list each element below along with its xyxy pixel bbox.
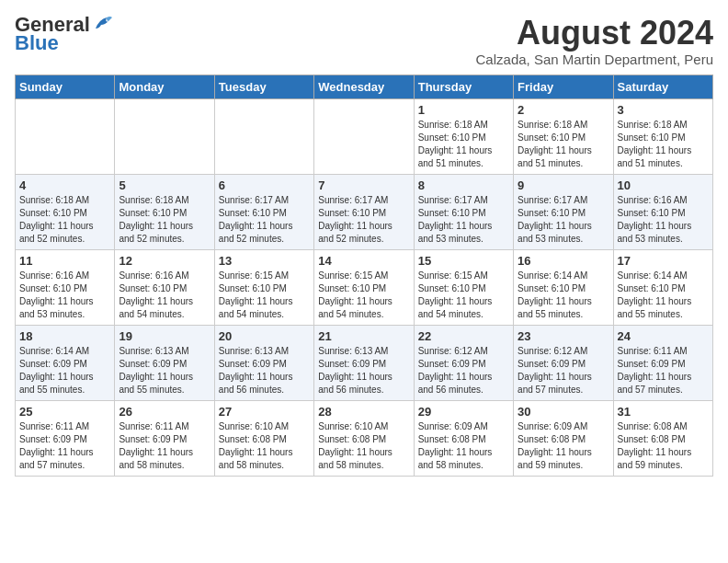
day-info: Sunrise: 6:16 AM Sunset: 6:10 PM Dayligh… [618,194,709,246]
day-number: 7 [318,178,409,192]
day-info: Sunrise: 6:13 AM Sunset: 6:09 PM Dayligh… [219,345,310,396]
day-info: Sunrise: 6:12 AM Sunset: 6:09 PM Dayligh… [518,345,609,396]
day-info: Sunrise: 6:18 AM Sunset: 6:10 PM Dayligh… [518,119,609,170]
day-number: 15 [418,254,509,268]
calendar-cell: 14Sunrise: 6:15 AM Sunset: 6:10 PM Dayli… [314,249,414,325]
calendar-cell [314,98,414,174]
calendar-cell: 9Sunrise: 6:17 AM Sunset: 6:10 PM Daylig… [514,174,613,249]
calendar-cell: 10Sunrise: 6:16 AM Sunset: 6:10 PM Dayli… [613,174,712,249]
day-info: Sunrise: 6:15 AM Sunset: 6:10 PM Dayligh… [219,270,310,321]
day-number: 18 [19,329,110,343]
day-number: 5 [119,178,210,192]
page-title: August 2024 [476,15,713,52]
day-number: 21 [318,329,409,343]
day-number: 2 [518,103,609,117]
day-info: Sunrise: 6:13 AM Sunset: 6:09 PM Dayligh… [318,345,409,396]
day-number: 8 [418,178,509,192]
calendar-week-row: 11Sunrise: 6:16 AM Sunset: 6:10 PM Dayli… [16,249,713,325]
calendar-cell: 26Sunrise: 6:11 AM Sunset: 6:09 PM Dayli… [115,400,214,476]
calendar-cell: 4Sunrise: 6:18 AM Sunset: 6:10 PM Daylig… [16,174,115,249]
calendar-cell: 12Sunrise: 6:16 AM Sunset: 6:10 PM Dayli… [115,249,214,325]
calendar-week-row: 4Sunrise: 6:18 AM Sunset: 6:10 PM Daylig… [16,174,713,249]
day-number: 26 [119,405,210,419]
calendar-cell: 24Sunrise: 6:11 AM Sunset: 6:09 PM Dayli… [613,325,712,400]
calendar-cell: 20Sunrise: 6:13 AM Sunset: 6:09 PM Dayli… [214,325,313,400]
calendar-cell: 3Sunrise: 6:18 AM Sunset: 6:10 PM Daylig… [613,98,712,174]
day-info: Sunrise: 6:10 AM Sunset: 6:08 PM Dayligh… [219,420,310,472]
col-header-wednesday: Wednesday [314,75,414,98]
calendar-header-row: SundayMondayTuesdayWednesdayThursdayFrid… [16,75,713,98]
calendar-cell: 5Sunrise: 6:18 AM Sunset: 6:10 PM Daylig… [115,174,214,249]
day-number: 25 [19,405,110,419]
day-info: Sunrise: 6:18 AM Sunset: 6:10 PM Dayligh… [19,194,110,246]
calendar-cell: 8Sunrise: 6:17 AM Sunset: 6:10 PM Daylig… [414,174,513,249]
day-info: Sunrise: 6:18 AM Sunset: 6:10 PM Dayligh… [418,119,509,170]
calendar-cell: 18Sunrise: 6:14 AM Sunset: 6:09 PM Dayli… [16,325,115,400]
col-header-monday: Monday [115,75,214,98]
col-header-sunday: Sunday [16,75,115,98]
logo-blue: Blue [15,33,59,53]
calendar-cell: 15Sunrise: 6:15 AM Sunset: 6:10 PM Dayli… [414,249,513,325]
calendar-cell: 1Sunrise: 6:18 AM Sunset: 6:10 PM Daylig… [414,98,513,174]
day-number: 24 [618,329,709,343]
day-number: 19 [119,329,210,343]
day-number: 13 [219,254,310,268]
day-info: Sunrise: 6:17 AM Sunset: 6:10 PM Dayligh… [418,194,509,246]
day-info: Sunrise: 6:12 AM Sunset: 6:09 PM Dayligh… [418,345,509,396]
calendar-cell: 17Sunrise: 6:14 AM Sunset: 6:10 PM Dayli… [613,249,712,325]
day-info: Sunrise: 6:17 AM Sunset: 6:10 PM Dayligh… [518,194,609,246]
page-header: General Blue August 2024 Calzada, San Ma… [15,15,713,67]
day-info: Sunrise: 6:11 AM Sunset: 6:09 PM Dayligh… [618,345,709,396]
day-number: 6 [219,178,310,192]
calendar-week-row: 25Sunrise: 6:11 AM Sunset: 6:09 PM Dayli… [16,400,713,476]
calendar-cell: 27Sunrise: 6:10 AM Sunset: 6:08 PM Dayli… [214,400,313,476]
calendar-cell [214,98,313,174]
logo-bird-icon [92,16,112,32]
calendar-week-row: 18Sunrise: 6:14 AM Sunset: 6:09 PM Dayli… [16,325,713,400]
day-info: Sunrise: 6:15 AM Sunset: 6:10 PM Dayligh… [318,270,409,321]
day-number: 16 [518,254,609,268]
day-number: 4 [19,178,110,192]
day-info: Sunrise: 6:16 AM Sunset: 6:10 PM Dayligh… [19,270,110,321]
day-number: 12 [119,254,210,268]
day-number: 28 [318,405,409,419]
col-header-saturday: Saturday [613,75,712,98]
day-info: Sunrise: 6:09 AM Sunset: 6:08 PM Dayligh… [418,420,509,472]
day-info: Sunrise: 6:15 AM Sunset: 6:10 PM Dayligh… [418,270,509,321]
calendar-cell: 22Sunrise: 6:12 AM Sunset: 6:09 PM Dayli… [414,325,513,400]
day-info: Sunrise: 6:11 AM Sunset: 6:09 PM Dayligh… [19,420,110,472]
page-subtitle: Calzada, San Martin Department, Peru [476,52,713,67]
day-number: 9 [518,178,609,192]
day-number: 1 [418,103,509,117]
calendar-cell: 21Sunrise: 6:13 AM Sunset: 6:09 PM Dayli… [314,325,414,400]
col-header-thursday: Thursday [414,75,513,98]
calendar-cell: 30Sunrise: 6:09 AM Sunset: 6:08 PM Dayli… [514,400,613,476]
calendar-cell [115,98,214,174]
calendar-cell: 29Sunrise: 6:09 AM Sunset: 6:08 PM Dayli… [414,400,513,476]
calendar-cell: 2Sunrise: 6:18 AM Sunset: 6:10 PM Daylig… [514,98,613,174]
day-number: 20 [219,329,310,343]
day-number: 3 [618,103,709,117]
day-info: Sunrise: 6:18 AM Sunset: 6:10 PM Dayligh… [119,194,210,246]
calendar-cell: 19Sunrise: 6:13 AM Sunset: 6:09 PM Dayli… [115,325,214,400]
col-header-friday: Friday [514,75,613,98]
day-number: 23 [518,329,609,343]
day-number: 17 [618,254,709,268]
day-info: Sunrise: 6:10 AM Sunset: 6:08 PM Dayligh… [318,420,409,472]
calendar-cell: 11Sunrise: 6:16 AM Sunset: 6:10 PM Dayli… [16,249,115,325]
day-number: 14 [318,254,409,268]
day-number: 22 [418,329,509,343]
col-header-tuesday: Tuesday [214,75,313,98]
day-number: 11 [19,254,110,268]
calendar-cell: 13Sunrise: 6:15 AM Sunset: 6:10 PM Dayli… [214,249,313,325]
calendar-week-row: 1Sunrise: 6:18 AM Sunset: 6:10 PM Daylig… [16,98,713,174]
day-number: 27 [219,405,310,419]
calendar-cell: 25Sunrise: 6:11 AM Sunset: 6:09 PM Dayli… [16,400,115,476]
day-number: 30 [518,405,609,419]
day-number: 29 [418,405,509,419]
calendar-cell [16,98,115,174]
calendar-cell: 31Sunrise: 6:08 AM Sunset: 6:08 PM Dayli… [613,400,712,476]
day-info: Sunrise: 6:17 AM Sunset: 6:10 PM Dayligh… [219,194,310,246]
calendar-table: SundayMondayTuesdayWednesdayThursdayFrid… [15,75,713,477]
day-number: 10 [618,178,709,192]
